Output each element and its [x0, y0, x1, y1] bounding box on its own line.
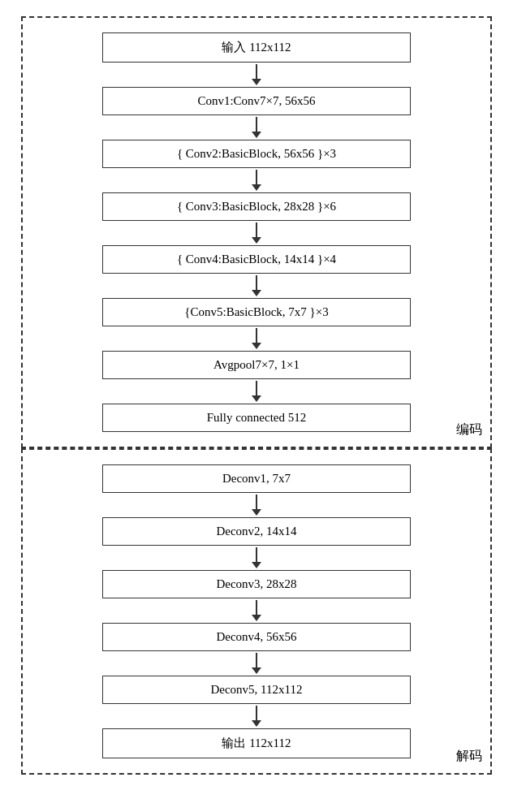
arrow-12 — [252, 706, 261, 727]
arrow-1 — [252, 64, 261, 85]
encoder-section: 输入 112x112 Conv1:Conv7×7, 56x56 { Conv2:… — [21, 16, 492, 448]
conv5-node: {Conv5:BasicBlock, 7x7 }×3 — [102, 298, 411, 326]
arrow-3 — [252, 170, 261, 191]
decoder-section: Deconv1, 7x7 Deconv2, 14x14 Deconv3, 28x… — [21, 448, 492, 775]
arrow-8 — [252, 495, 261, 516]
conv1-node: Conv1:Conv7×7, 56x56 — [102, 87, 411, 115]
diagram-container: 输入 112x112 Conv1:Conv7×7, 56x56 { Conv2:… — [21, 16, 492, 775]
arrow-5 — [252, 275, 261, 296]
conv4-node: { Conv4:BasicBlock, 14x14 }×4 — [102, 245, 411, 274]
arrow-10 — [252, 600, 261, 621]
deconv3-node: Deconv3, 28x28 — [102, 570, 411, 598]
deconv5-node: Deconv5, 112x112 — [102, 676, 411, 704]
arrow-11 — [252, 653, 261, 674]
arrow-6 — [252, 328, 261, 349]
fc-node: Fully connected 512 — [102, 404, 411, 432]
arrow-2 — [252, 117, 261, 138]
conv2-node: { Conv2:BasicBlock, 56x56 }×3 — [102, 140, 411, 168]
avgpool-node: Avgpool7×7, 1×1 — [102, 351, 411, 379]
conv3-node: { Conv3:BasicBlock, 28x28 }×6 — [102, 192, 411, 221]
decoder-label: 解码 — [456, 748, 482, 765]
arrow-9 — [252, 547, 261, 568]
deconv4-node: Deconv4, 56x56 — [102, 623, 411, 651]
deconv1-node: Deconv1, 7x7 — [102, 464, 411, 493]
output-node: 输出 112x112 — [102, 728, 411, 758]
encoder-label: 编码 — [456, 421, 482, 438]
deconv2-node: Deconv2, 14x14 — [102, 517, 411, 546]
input-node: 输入 112x112 — [102, 32, 411, 63]
arrow-7 — [252, 381, 261, 402]
arrow-4 — [252, 222, 261, 244]
